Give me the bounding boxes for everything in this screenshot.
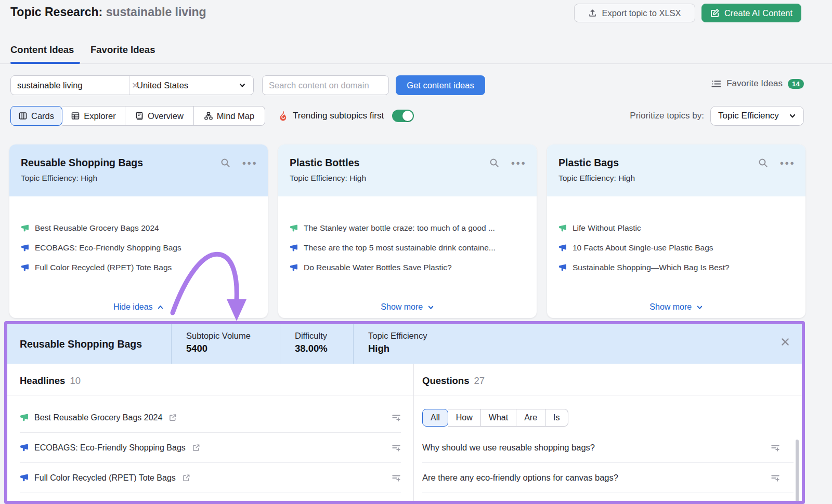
megaphone-icon bbox=[20, 413, 29, 422]
megaphone-icon bbox=[290, 224, 298, 232]
country-select[interactable]: United States bbox=[129, 76, 253, 95]
question-row[interactable]: Why should we use reusable shopping bags… bbox=[422, 433, 794, 463]
search-row: ✕ United States Get content ideas Favori… bbox=[0, 75, 832, 95]
list-icon bbox=[711, 79, 721, 89]
external-link-icon[interactable] bbox=[192, 444, 200, 452]
domain-search-input[interactable] bbox=[262, 75, 389, 95]
idea-item[interactable]: Life Without Plastic bbox=[558, 223, 795, 233]
headlines-column: Headlines 10 Best Reusable Grocery Bags … bbox=[7, 364, 414, 501]
idea-item[interactable]: 10 Facts About Single-use Plastic Bags bbox=[558, 243, 795, 253]
view-mode-mindmap[interactable]: Mind Map bbox=[194, 106, 265, 126]
idea-text: These are the top 5 most sustainable dri… bbox=[304, 243, 496, 253]
favorites-count-badge: 14 bbox=[788, 79, 804, 89]
idea-list: The Stanley water bottle craze: too much… bbox=[278, 196, 537, 272]
create-ai-content-label: Create AI Content bbox=[724, 8, 792, 18]
panel-body: Headlines 10 Best Reusable Grocery Bags … bbox=[7, 364, 802, 501]
add-to-favorites-icon[interactable] bbox=[392, 413, 401, 422]
filter-all[interactable]: All bbox=[422, 409, 448, 427]
megaphone-icon bbox=[558, 263, 567, 272]
hide-ideas-link[interactable]: Hide ideas bbox=[9, 302, 268, 312]
prioritize-dropdown-value: Topic Efficiency bbox=[718, 111, 779, 121]
idea-item[interactable]: These are the top 5 most sustainable dri… bbox=[290, 243, 526, 253]
view-mode-cards[interactable]: Cards bbox=[10, 106, 62, 126]
idea-text: Sustainable Shopping—Which Bag Is Best? bbox=[573, 263, 730, 272]
megaphone-icon bbox=[558, 224, 567, 232]
view-mode-switcher: Cards Explorer Overview Mind Map bbox=[10, 106, 265, 126]
controls-row: Cards Explorer Overview Mind Map Trendin… bbox=[0, 106, 832, 127]
view-mode-explorer[interactable]: Explorer bbox=[62, 106, 125, 126]
show-more-label: Show more bbox=[381, 302, 423, 311]
keyword-input[interactable] bbox=[17, 81, 132, 90]
questions-column: Questions 27 All How What Are Is Why sho… bbox=[414, 364, 802, 501]
view-mode-overview[interactable]: Overview bbox=[125, 106, 194, 126]
create-ai-content-button[interactable]: Create AI Content bbox=[701, 4, 801, 22]
add-to-favorites-icon[interactable] bbox=[771, 443, 780, 453]
more-options-icon[interactable]: ●●● bbox=[242, 159, 257, 167]
upload-icon bbox=[588, 9, 597, 18]
hide-ideas-label: Hide ideas bbox=[113, 302, 153, 311]
add-to-favorites-icon[interactable] bbox=[392, 443, 401, 453]
question-row[interactable]: Are there any eco-friendly options for c… bbox=[422, 463, 794, 493]
headlines-header: Headlines 10 bbox=[7, 364, 413, 395]
page-title-main: Topic Research: bbox=[10, 5, 102, 19]
search-icon[interactable] bbox=[220, 158, 230, 168]
add-to-favorites-icon[interactable] bbox=[771, 473, 780, 483]
add-to-favorites-icon[interactable] bbox=[392, 473, 401, 483]
page-title: Topic Research: sustainable living bbox=[10, 5, 206, 19]
questions-scrollbar[interactable] bbox=[796, 440, 799, 504]
headlines-title: Headlines bbox=[20, 375, 65, 387]
idea-item[interactable]: Sustainable Shopping—Which Bag Is Best? bbox=[558, 263, 795, 272]
search-icon[interactable] bbox=[489, 158, 499, 168]
keyword-input-wrap: ✕ bbox=[11, 76, 129, 95]
close-icon[interactable] bbox=[780, 337, 790, 347]
idea-item[interactable]: Best Reusable Grocery Bags 2024 bbox=[21, 223, 257, 233]
headline-text: ECOBAGS: Eco-Friendly Shopping Bags bbox=[34, 443, 186, 453]
prioritize-dropdown[interactable]: Topic Efficiency bbox=[710, 106, 804, 126]
flame-icon bbox=[278, 111, 288, 121]
more-options-icon[interactable]: ●●● bbox=[511, 159, 526, 167]
card-efficiency: Topic Efficiency: High bbox=[21, 174, 256, 183]
favorite-ideas-link[interactable]: Favorite Ideas 14 bbox=[711, 78, 804, 89]
export-topic-button[interactable]: Export topic to XLSX bbox=[574, 4, 695, 22]
more-options-icon[interactable]: ●●● bbox=[779, 159, 795, 167]
search-icon[interactable] bbox=[758, 158, 768, 168]
megaphone-icon bbox=[21, 244, 29, 252]
idea-item[interactable]: Do Reusable Water Bottles Save Plastic? bbox=[290, 263, 526, 272]
get-content-ideas-button[interactable]: Get content ideas bbox=[396, 75, 485, 95]
trending-subtopics-control: Trending subtopics first bbox=[278, 110, 414, 122]
filter-what[interactable]: What bbox=[481, 409, 516, 427]
external-link-icon[interactable] bbox=[169, 414, 177, 421]
idea-item[interactable]: ECOBAGS: Eco-Friendly Shopping Bags bbox=[21, 243, 257, 253]
headline-row[interactable]: ECOBAGS: Eco-Friendly Shopping Bags bbox=[20, 433, 401, 463]
filter-is[interactable]: Is bbox=[545, 409, 568, 427]
view-mode-overview-label: Overview bbox=[148, 111, 184, 121]
filter-are[interactable]: Are bbox=[516, 409, 545, 427]
external-link-icon[interactable] bbox=[183, 474, 190, 482]
trending-toggle[interactable] bbox=[392, 110, 414, 122]
table-icon bbox=[71, 112, 80, 120]
headline-row[interactable]: Best Reusable Grocery Bags 2024 bbox=[20, 403, 401, 433]
topic-card-reusable-shopping-bags: Reusable Shopping Bags Topic Efficiency:… bbox=[9, 144, 268, 318]
export-topic-label: Export topic to XLSX bbox=[602, 8, 681, 18]
idea-list: Life Without Plastic 10 Facts About Sing… bbox=[547, 196, 805, 272]
idea-item[interactable]: Full Color Recycled (RPET) Tote Bags bbox=[21, 263, 257, 272]
stat-value: 38.00% bbox=[295, 343, 353, 354]
compose-icon bbox=[710, 8, 720, 18]
show-more-link[interactable]: Show more bbox=[278, 302, 537, 312]
tab-content-ideas[interactable]: Content Ideas bbox=[10, 44, 74, 56]
tab-favorite-ideas[interactable]: Favorite Ideas bbox=[90, 44, 155, 56]
topic-card-plastic-bottles: Plastic Bottles Topic Efficiency: High ●… bbox=[278, 144, 537, 318]
idea-text: Best Reusable Grocery Bags 2024 bbox=[35, 223, 159, 233]
filter-how[interactable]: How bbox=[448, 409, 481, 427]
stat-value: High bbox=[368, 343, 467, 354]
show-more-link[interactable]: Show more bbox=[547, 302, 805, 312]
idea-item[interactable]: The Stanley water bottle craze: too much… bbox=[290, 223, 526, 233]
headline-row[interactable]: Full Color Recycled (RPET) Tote Bags bbox=[20, 463, 401, 493]
questions-list: Why should we use reusable shopping bags… bbox=[422, 433, 794, 493]
mindmap-icon bbox=[204, 112, 213, 120]
country-select-value: United States bbox=[137, 81, 188, 90]
chevron-down-icon bbox=[239, 82, 246, 89]
stat-label: Topic Efficiency bbox=[368, 331, 467, 341]
megaphone-icon bbox=[290, 263, 298, 272]
headlines-list: Best Reusable Grocery Bags 2024 ECOBAGS:… bbox=[20, 403, 401, 493]
